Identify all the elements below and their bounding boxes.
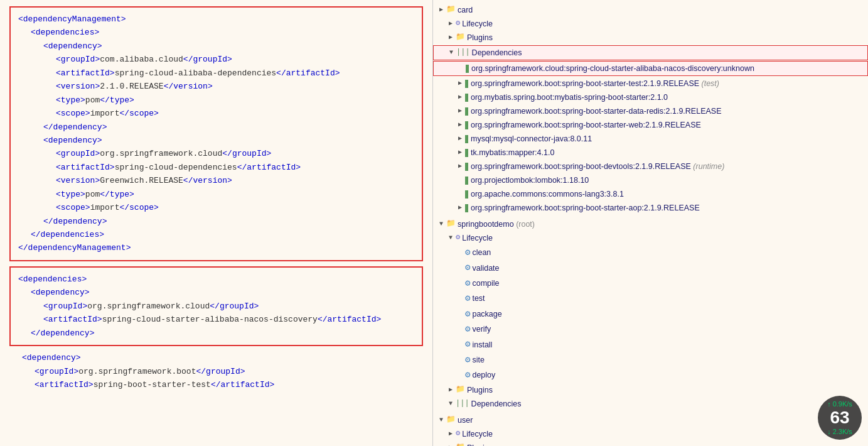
tree-label: Lifecycle (462, 428, 493, 440)
xml-line: </dependency> (18, 121, 414, 134)
tree-item-web[interactable]: ▶ org.springframework.boot:spring-boot-s… (433, 118, 868, 132)
tree-item-compile[interactable]: ▶ ⚙ compile (433, 276, 868, 291)
network-number: 63 (830, 408, 849, 428)
tree-label: test (472, 292, 485, 305)
expand-arrow[interactable]: ▼ (436, 415, 446, 425)
tree-label: compile (472, 277, 499, 290)
tree-item-lombok[interactable]: ▶ org.projectlombok:lombok:1.18.10 (433, 173, 868, 187)
dep-bar-icon (465, 190, 468, 199)
tree-item-mybatis[interactable]: ▶ org.mybatis.spring.boot:mybatis-spring… (433, 90, 868, 104)
expand-arrow[interactable]: ▼ (446, 48, 456, 58)
expand-arrow[interactable]: ▶ (436, 5, 446, 15)
tree-item-mysql[interactable]: ▶ mysql:mysql-connector-java:8.0.11 (433, 132, 868, 146)
expand-arrow[interactable]: ▶ (455, 161, 465, 171)
expand-arrow[interactable]: ▶ (446, 19, 456, 29)
tree-item-user[interactable]: ▼ 📁 user (433, 413, 868, 427)
tree-label: package (472, 308, 501, 320)
gear-icon: ⚙ (465, 261, 470, 275)
dep-bar-icon (465, 204, 468, 212)
tree-label: org.springframework.boot:spring-boot-sta… (471, 77, 719, 90)
tree-label: org.springframework.boot:spring-boot-sta… (471, 105, 722, 117)
dep-bar-icon (465, 135, 468, 143)
upload-speed: ↑ 0.9K/s (827, 400, 852, 408)
expand-arrow[interactable]: ▶ (455, 79, 465, 89)
expand-arrow[interactable]: ▶ (455, 134, 465, 144)
tree-label: Plugins (467, 442, 493, 446)
tree-item-plugins-user[interactable]: ▶ 📁 Plugins (433, 441, 868, 446)
xml-line: <scope>import</scope> (18, 107, 414, 120)
tree-item-deploy[interactable]: ▶ ⚙ deploy (433, 367, 868, 383)
network-widget: ↑ 0.9K/s 63 ↓ 2.3K/s (818, 396, 862, 440)
dep-bar-icon (465, 94, 468, 102)
tree-label: org.springframework.boot:spring-boot-sta… (471, 202, 700, 214)
expand-arrow[interactable]: ▶ (455, 120, 465, 130)
tree-label: site (472, 354, 484, 366)
expand-arrow[interactable]: ▶ (446, 443, 456, 446)
xml-line: <groupId>org.springframework.cloud</grou… (18, 300, 414, 313)
dep-bar-icon (465, 163, 468, 171)
expand-arrow[interactable]: ▼ (446, 399, 456, 409)
tree-label: verify (472, 323, 491, 335)
lifecycle-icon: ⚙ (456, 232, 460, 244)
folder-icon: 📁 (446, 4, 456, 16)
xml-line: <dependencies> (18, 273, 414, 286)
tree-item-install[interactable]: ▶ ⚙ install (433, 337, 868, 352)
xml-line: <type>pom</type> (18, 188, 414, 201)
tree-item-lifecycle-user[interactable]: ▶ ⚙ Lifecycle (433, 427, 868, 441)
expand-arrow[interactable]: ▶ (455, 203, 465, 213)
tree-item-commons[interactable]: ▶ org.apache.commons:commons-lang3:3.8.1 (433, 187, 868, 201)
tree-label: org.projectlombok:lombok:1.18.10 (471, 174, 589, 187)
download-speed: ↓ 2.3K/s (827, 428, 852, 435)
tree-label: Dependencies (472, 46, 522, 59)
tree-item-plugins-spring[interactable]: ▶ 📁 Plugins (433, 383, 868, 397)
tree-item-verify[interactable]: ▶ ⚙ verify (433, 322, 868, 337)
tree-item-card[interactable]: ▶ 📁 card (433, 3, 868, 17)
dep-bar-icon (465, 107, 468, 116)
tree-item-mapper[interactable]: ▶ tk.mybatis:mapper:4.1.0 (433, 146, 868, 160)
tree-item-deps-spring[interactable]: ▼ ||| Dependencies (433, 397, 868, 411)
tree-item-redis[interactable]: ▶ org.springframework.boot:spring-boot-s… (433, 104, 868, 118)
tree-item-lifecycle[interactable]: ▶ ⚙ Lifecycle (433, 17, 868, 31)
tree-item-boot-test[interactable]: ▶ org.springframework.boot:spring-boot-s… (433, 77, 868, 90)
gear-icon: ⚙ (465, 322, 470, 336)
expand-arrow[interactable]: ▼ (446, 233, 456, 243)
tree-label: user (458, 414, 473, 427)
dep-bar-icon (465, 80, 468, 88)
tree-item-aop[interactable]: ▶ org.springframework.boot:spring-boot-s… (433, 201, 868, 215)
tree-item-devtools[interactable]: ▶ org.springframework.boot:spring-boot-d… (433, 160, 868, 173)
xml-line: <groupId>org.springframework.boot</group… (9, 365, 423, 378)
xml-line: <version>Greenwich.RELEASE</version> (18, 174, 414, 187)
expand-arrow[interactable]: ▼ (436, 219, 446, 229)
tree-item-springbootdemo[interactable]: ▼ 📁 springbootdemo (root) (433, 217, 868, 231)
tree-label: org.apache.commons:commons-lang3:3.8.1 (471, 188, 624, 200)
folder-icon: 📁 (446, 414, 456, 426)
tree-item-test[interactable]: ▶ ⚙ test (433, 291, 868, 306)
tree-item-package[interactable]: ▶ ⚙ package (433, 307, 868, 322)
expand-arrow[interactable]: ▶ (446, 33, 456, 43)
tree-item-clean[interactable]: ▶ ⚙ clean (433, 245, 868, 260)
bottom-xml-section: <dependency> <groupId>org.springframewor… (9, 351, 423, 391)
dep-bar-icon (465, 149, 468, 157)
tree-label: validate (472, 262, 499, 275)
folder-icon: 📁 (456, 384, 465, 396)
xml-line: <artifactId>spring-cloud-alibaba-depende… (18, 67, 414, 80)
expand-arrow[interactable]: ▶ (455, 92, 465, 102)
tree-item-site[interactable]: ▶ ⚙ site (433, 352, 868, 367)
tree-item-dependencies-card[interactable]: ▼ ||| Dependencies (433, 45, 868, 60)
xml-line: </dependency> (18, 215, 414, 228)
expand-arrow[interactable]: ▶ (446, 385, 456, 395)
tree-item-plugins[interactable]: ▶ 📁 Plugins (433, 31, 868, 45)
gear-icon: ⚙ (465, 368, 470, 382)
tree-item-lifecycle-spring[interactable]: ▼ ⚙ Lifecycle (433, 231, 868, 245)
expand-arrow[interactable]: ▶ (455, 106, 465, 116)
xml-line: <artifactId>spring-cloud-dependencies</a… (18, 161, 414, 174)
gear-icon: ⚙ (465, 291, 470, 305)
nacos-dependency-block: <dependencies> <dependency> <groupId>org… (9, 266, 423, 346)
xml-line: <type>pom</type> (18, 94, 414, 107)
tree-label: Lifecycle (462, 18, 493, 30)
tree-label: Plugins (467, 384, 493, 396)
expand-arrow[interactable]: ▶ (446, 429, 456, 439)
expand-arrow[interactable]: ▶ (455, 148, 465, 158)
tree-item-validate[interactable]: ▶ ⚙ validate (433, 260, 868, 275)
tree-item-nacos-dep[interactable]: ▶ org.springframework.cloud:spring-cloud… (433, 61, 868, 76)
